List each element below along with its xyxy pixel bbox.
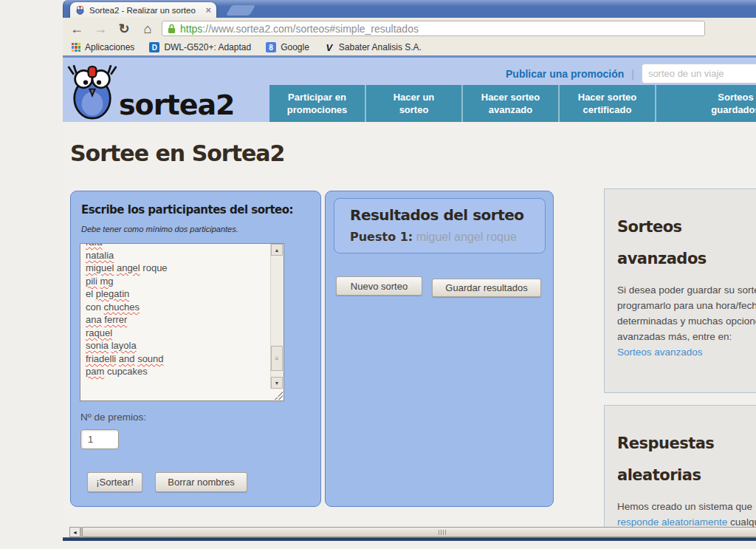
page-title: Sortee en Sortea2 [70, 140, 284, 166]
search-input[interactable] [642, 64, 756, 83]
participants-note: Debe tener como mínimo dos participantes… [81, 225, 238, 233]
browser-window: Sortea2 - Realizar un sorteo × ← → ↻ ⌂ h… [63, 0, 756, 540]
participant-line: natalia [86, 249, 268, 262]
participant-line: pili mg [86, 275, 268, 288]
textarea-scrollbar[interactable]: ▲ ≡ ▼ [270, 244, 284, 389]
participants-list: rafanataliamiguel angel roquepili mgel p… [86, 243, 268, 378]
horizontal-scrollbar[interactable]: ◄ [69, 527, 756, 537]
sidebar-heading: Respuestasaleatorias [605, 406, 756, 491]
url-text: https://www.sortea2.com/sorteos#simple_r… [180, 23, 419, 35]
participant-line: miguel angel roque [86, 262, 268, 275]
participants-panel: Escribe los participantes del sorteo: De… [70, 191, 321, 507]
sidebar-body: Si desea poder guardar su sorteo, progra… [617, 282, 756, 360]
promo-row: Publicar una promoción | [506, 64, 756, 83]
participant-line: con chuches [86, 301, 268, 314]
scroll-up-icon[interactable]: ▲ [271, 244, 283, 256]
sidebar-box-respuestas-aleatorias: Respuestasaleatorias Hemos creado un sis… [604, 405, 756, 527]
back-icon[interactable]: ← [67, 22, 86, 35]
browser-tab[interactable]: Sortea2 - Realizar un sorteo × [70, 2, 216, 18]
publicar-promocion-link[interactable]: Publicar una promoción [506, 68, 624, 80]
lock-icon [168, 24, 176, 34]
participant-line: friadelli and sound [86, 352, 268, 366]
bookmark-label: DWL-G520+: Adaptad [164, 42, 251, 52]
participant-line: raquel [86, 327, 268, 340]
site-nav: Participar en promocionesHacer un sorteo… [269, 85, 756, 122]
winner-name: miguel angel roque [413, 231, 517, 243]
separator: | [631, 68, 634, 80]
sidebar-link[interactable]: responde aleatoriamente [617, 516, 727, 527]
sortear-button[interactable]: ¡Sortear! [87, 472, 142, 492]
guardar-resultados-button[interactable]: Guardar resultados [432, 279, 541, 297]
close-tab-icon[interactable]: × [205, 5, 211, 15]
favicon-bird-icon [75, 5, 85, 15]
site-logo[interactable]: sortea2 [66, 65, 235, 121]
bookmark-item[interactable]: Aplicaciones [72, 42, 134, 52]
results-panel: Resultados del sorteo Puesto 1: miguel a… [325, 191, 554, 507]
resize-grip-icon[interactable] [275, 392, 283, 400]
url-scheme: https [180, 23, 202, 35]
participant-line: el plegatin [86, 287, 268, 301]
tab-title: Sortea2 - Realizar un sorteo [89, 6, 201, 15]
sidebar-heading: Sorteosavanzados [605, 189, 756, 275]
participant-line: pam cupcakes [86, 365, 268, 378]
position-label: Puesto 1: [350, 230, 413, 244]
nav-tab-0[interactable]: Participar en promociones [269, 85, 365, 122]
results-box: Resultados del sorteo Puesto 1: miguel a… [334, 198, 546, 253]
participants-textarea[interactable]: rafanataliamiguel angel roquepili mgel p… [80, 243, 284, 401]
sidebar-box-sorteos-avanzados: Sorteosavanzados Si desea poder guardar … [604, 188, 756, 393]
web-page: sortea2 Publicar una promoción | Partici… [63, 58, 756, 527]
scroll-left-icon[interactable]: ◄ [69, 527, 80, 537]
scrollbar-grip-icon [439, 530, 447, 535]
nav-tab-2[interactable]: Hacer sorteo avanzado [461, 85, 558, 122]
apps-grid-icon [72, 43, 80, 52]
reload-icon[interactable]: ↻ [114, 22, 134, 35]
logo-bird-icon [66, 65, 119, 121]
forward-icon[interactable]: → [91, 22, 110, 35]
sidebar-link[interactable]: Sorteos avanzados [617, 347, 703, 358]
prizes-label: Nº de premios: [80, 412, 146, 423]
v-check-icon: V [324, 42, 334, 52]
nav-tab-3[interactable]: Hacer sorteo certificado [558, 85, 655, 122]
bookmark-label: Google [281, 42, 309, 52]
url-path: ://www.sortea2.com/sorteos#simple_result… [202, 23, 419, 35]
scrollbar-thumb[interactable]: ≡ [271, 346, 283, 371]
tab-strip: Sortea2 - Realizar un sorteo × [63, 0, 756, 18]
url-bar[interactable]: https://www.sortea2.com/sorteos#simple_r… [162, 21, 705, 36]
d-bookmark-icon: D [149, 42, 159, 52]
participant-line: sonia layola [86, 339, 268, 352]
new-tab-button[interactable] [226, 5, 255, 16]
bookmark-item[interactable]: DDWL-G520+: Adaptad [149, 42, 251, 52]
results-heading: Resultados del sorteo [350, 206, 524, 224]
google-icon: 8 [266, 42, 276, 52]
participant-line: rafa [86, 243, 268, 249]
prizes-input[interactable] [80, 429, 119, 449]
browser-toolbar: ← → ↻ ⌂ https://www.sortea2.com/sorteos#… [63, 18, 756, 39]
site-header-banner: sortea2 Publicar una promoción | Partici… [63, 58, 756, 122]
bookmarks-bar: AplicacionesDDWL-G520+: Adaptad8GoogleVS… [63, 39, 756, 58]
nuevo-sorteo-button[interactable]: Nuevo sorteo [336, 276, 422, 296]
participant-line: ana ferrer [86, 313, 268, 327]
scroll-down-icon[interactable]: ▼ [271, 377, 283, 389]
nav-tab-1[interactable]: Hacer un sorteo [365, 85, 461, 122]
bookmark-item[interactable]: 8Google [266, 42, 309, 52]
home-icon[interactable]: ⌂ [138, 22, 157, 35]
horizontal-scrollbar-thumb[interactable] [82, 527, 756, 537]
bookmark-item[interactable]: VSabater Analisis S.A. [324, 42, 422, 52]
brand-name: sortea2 [119, 91, 235, 121]
borrar-nombres-button[interactable]: Borrar nombres [155, 472, 247, 492]
bookmark-label: Aplicaciones [85, 42, 134, 52]
nav-tab-4[interactable]: Sorteos guardados [655, 85, 756, 122]
window-bottom-edge [63, 537, 756, 541]
sidebar-body: Hemos creado un sistema que responde ale… [617, 499, 756, 527]
bookmark-label: Sabater Analisis S.A. [339, 42, 422, 52]
participants-heading: Escribe los participantes del sorteo: [81, 203, 293, 216]
winner-line: Puesto 1: miguel angel roque [350, 230, 517, 244]
